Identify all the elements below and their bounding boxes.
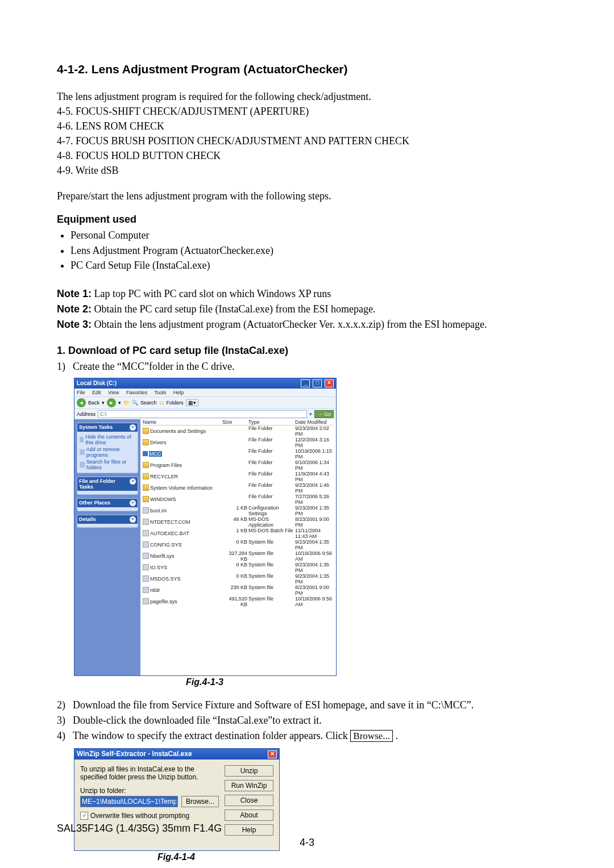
col-name[interactable]: Name	[143, 419, 221, 425]
menu-view[interactable]: View	[108, 390, 119, 395]
run-winzip-button[interactable]: Run WinZip	[225, 780, 273, 791]
collapse-icon[interactable]: «	[130, 424, 136, 431]
file-size: 0 KB	[222, 573, 247, 585]
other-places-box[interactable]: Other Places»	[77, 498, 138, 511]
file-list: Name Size Type Date Modified Documents a…	[140, 419, 336, 675]
winzip-titlebar[interactable]: WinZip Self-Extractor - InstaCal.exe ×	[74, 749, 279, 760]
note-2: Note 2: Obtain the PC card setup file (I…	[57, 302, 557, 317]
file-icon	[143, 519, 149, 525]
file-date: 8/23/2001 9:00 PM	[295, 585, 334, 596]
note-text: Obtain the PC card setup file (InstaCal.…	[94, 303, 376, 315]
go-button[interactable]: → Go	[314, 410, 334, 418]
check-item: 4-7. FOCUS BRUSH POSITION CHECK/ADJUSTME…	[57, 133, 557, 148]
folders-icon[interactable]: 🗂	[159, 400, 164, 406]
other-places-title: Other Places	[79, 500, 110, 506]
page-number: 4-3	[57, 837, 557, 849]
unzip-path-input[interactable]	[80, 796, 178, 807]
browse-button[interactable]: Browse...	[181, 796, 219, 807]
file-type: System file	[248, 596, 294, 607]
table-row[interactable]: Program FilesFile Folder6/10/2006 1:34 P…	[143, 460, 334, 471]
file-date: 9/23/2004 1:35 PM	[295, 505, 334, 516]
table-row[interactable]: AUTOEXEC.BAT1 KBMS-DOS Batch File11/11/2…	[143, 528, 334, 539]
folder-icon	[143, 473, 149, 479]
table-row[interactable]: RECYCLERFile Folder11/9/2004 4:43 PM	[143, 471, 334, 482]
checkbox-icon[interactable]: ✓	[80, 812, 88, 820]
table-row[interactable]: pagefile.sys491,520 KBSystem file10/19/2…	[143, 596, 334, 607]
check-item: 4-8. FOCUS HOLD BUTTON CHECK	[57, 148, 557, 163]
file-icon	[143, 564, 149, 570]
file-icon	[143, 598, 149, 604]
table-row[interactable]: WINDOWSFile Folder7/27/2006 5:26 PM	[143, 494, 334, 505]
table-row[interactable]: Documents and SettingsFile Folder9/23/20…	[143, 425, 334, 437]
menu-help[interactable]: Help	[173, 390, 184, 395]
task-add-remove[interactable]: Add or remove programs	[80, 446, 135, 458]
menu-favorites[interactable]: Favorites	[126, 390, 147, 395]
table-row[interactable]: MCCFile Folder10/19/2006 1:15 PM	[143, 448, 334, 460]
search-label[interactable]: Search	[140, 400, 157, 406]
file-size	[222, 448, 247, 460]
expand-icon[interactable]: »	[130, 478, 136, 485]
step-4: 4) The window to specify the extract des…	[57, 728, 557, 744]
views-icon[interactable]: ▦▾	[186, 399, 198, 406]
address-dropdown-icon[interactable]: ▾	[309, 411, 312, 417]
table-row[interactable]: MSDOS.SYS0 KBSystem file9/23/2004 1:35 P…	[143, 573, 334, 585]
unzip-to-label: Unzip to folder:	[80, 787, 219, 795]
close-button[interactable]: ×	[325, 379, 334, 387]
model-label: SAL35F14G (1.4/35G) 35mm F1.4G	[57, 823, 557, 834]
col-size[interactable]: Size	[222, 419, 247, 425]
file-list-header[interactable]: Name Size Type Date Modified	[143, 419, 334, 425]
check-list: 4-5. FOCUS-SHIFT CHECK/ADJUSTMENT (APERT…	[57, 104, 557, 178]
step-text: Create the “MCC”folder in the C drive.	[73, 359, 234, 374]
menu-file[interactable]: File	[77, 390, 85, 395]
overwrite-checkbox-row[interactable]: ✓ Overwrite files without prompting	[80, 812, 219, 820]
table-row[interactable]: ntldr230 KBSystem file8/23/2001 9:00 PM	[143, 585, 334, 596]
table-row[interactable]: hiberfil.sys327,284 KBSystem file10/19/2…	[143, 550, 334, 562]
file-date: 9/23/2004 1:35 PM	[295, 539, 334, 550]
table-row[interactable]: boot.ini1 KBConfiguration Settings9/23/2…	[143, 505, 334, 516]
overwrite-label: Overwrite files without prompting	[90, 812, 189, 820]
minimize-button[interactable]: _	[301, 379, 310, 387]
file-icon	[143, 507, 149, 514]
file-size	[222, 425, 247, 437]
file-size: 0 KB	[222, 539, 247, 550]
search-icon[interactable]: 🔍	[132, 400, 138, 406]
expand-icon[interactable]: »	[130, 516, 136, 523]
file-folder-tasks-box[interactable]: File and Folder Tasks»	[77, 477, 138, 495]
col-date[interactable]: Date Modified	[295, 419, 334, 425]
document-page: 4-1-2. Lens Adjustment Program (Actuator…	[0, 0, 614, 868]
menu-tools[interactable]: Tools	[154, 390, 166, 395]
unzip-button[interactable]: Unzip	[225, 765, 273, 777]
file-size: 327,284 KB	[222, 550, 247, 562]
equipment-item: Lens Adjustment Program (ActuatorChecker…	[70, 243, 557, 258]
col-type[interactable]: Type	[248, 419, 294, 425]
file-size: 1 KB	[222, 528, 247, 539]
table-row[interactable]: CONFIG.SYS0 KBSystem file9/23/2004 1:35 …	[143, 539, 334, 550]
expand-icon[interactable]: »	[130, 500, 136, 506]
maximize-button[interactable]: □	[313, 379, 322, 387]
about-button[interactable]: About	[225, 809, 273, 821]
back-button[interactable]: ◄	[77, 398, 86, 407]
forward-button[interactable]: ►	[107, 398, 116, 407]
table-row[interactable]: System Volume InformationFile Folder9/23…	[143, 482, 334, 494]
file-type: File Folder	[248, 425, 294, 437]
up-icon[interactable]: 📁	[123, 400, 130, 406]
task-hide-contents[interactable]: Hide the contents of this drive	[80, 433, 135, 446]
address-input[interactable]: C:\	[98, 410, 307, 418]
back-label[interactable]: Back	[88, 400, 99, 406]
table-row[interactable]: NTDETECT.COM46 KBMS-DOS Application8/23/…	[143, 516, 334, 528]
task-search[interactable]: Search for files or folders	[80, 458, 135, 471]
table-row[interactable]: IO.SYS0 KBSystem file9/23/2004 1:35 PM	[143, 562, 334, 573]
file-name: System Volume Information	[150, 485, 213, 491]
close-button[interactable]: ×	[268, 750, 277, 758]
table-row[interactable]: DriversFile Folder12/2/2004 3:16 PM	[143, 437, 334, 448]
menu-edit[interactable]: Edit	[92, 390, 101, 395]
close-button[interactable]: Close	[225, 795, 273, 806]
file-size	[222, 471, 247, 482]
explorer-titlebar[interactable]: Local Disk (C:) _ □ ×	[74, 378, 336, 389]
fft-title: File and Folder Tasks	[79, 478, 130, 490]
folders-label[interactable]: Folders	[167, 400, 184, 406]
address-label: Address	[77, 411, 96, 417]
details-box[interactable]: Details»	[77, 515, 138, 528]
check-item: 4-6. LENS ROM CHECK	[57, 119, 557, 133]
file-name: NTDETECT.COM	[150, 519, 190, 525]
